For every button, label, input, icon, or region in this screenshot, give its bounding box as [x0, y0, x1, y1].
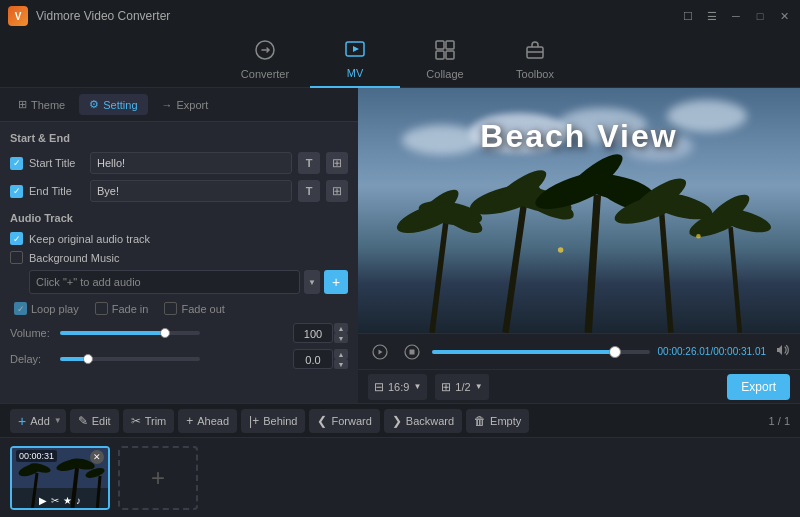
sub-tab-setting[interactable]: ⚙ Setting [79, 94, 147, 115]
progress-bar[interactable] [432, 350, 650, 354]
background-music-checkbox[interactable] [10, 251, 23, 264]
volume-up-btn[interactable]: ▲ [334, 323, 348, 333]
maximize-button[interactable]: □ [752, 8, 768, 24]
stop-button[interactable] [400, 340, 424, 364]
end-title-input[interactable] [90, 180, 292, 202]
keep-original-row: ✓ Keep original audio track [10, 232, 348, 245]
delay-down-btn[interactable]: ▼ [334, 359, 348, 369]
tab-toolbox[interactable]: Toolbox [490, 32, 580, 88]
trim-icon: ✂ [131, 414, 141, 428]
behind-button[interactable]: |+ Behind [241, 409, 305, 433]
backward-label: Backward [406, 415, 454, 427]
timeline-add-btn[interactable]: + [118, 446, 198, 510]
ratio-selector[interactable]: ⊟ 16:9 ▼ [368, 374, 427, 400]
delay-slider[interactable] [60, 357, 200, 361]
app-icon: V [8, 6, 28, 26]
sub-tab-export-label: Export [177, 99, 209, 111]
edit-icon: ✎ [78, 414, 88, 428]
backward-button[interactable]: ❯ Backward [384, 409, 462, 433]
page-icon: ⊞ [441, 380, 451, 394]
ahead-button[interactable]: + Ahead [178, 409, 237, 433]
end-title-font-btn[interactable]: T [298, 180, 320, 202]
export-arrow-icon: → [162, 99, 173, 111]
play-button[interactable] [368, 340, 392, 364]
volume-down-btn[interactable]: ▼ [334, 333, 348, 343]
converter-icon [254, 39, 276, 66]
menu-icon[interactable]: ☰ [704, 8, 720, 24]
ratio-value: 16:9 [388, 381, 409, 393]
preview-image: Beach View [358, 88, 800, 333]
delay-value-box: 0.0 ▲ ▼ [293, 349, 348, 369]
svg-line-22 [662, 214, 671, 333]
clip-remove-btn[interactable]: ✕ [90, 450, 104, 464]
right-panel: Beach View [358, 88, 800, 403]
add-button[interactable]: + Add ▼ [10, 409, 66, 433]
sub-tab-export[interactable]: → Export [152, 95, 219, 115]
svg-rect-34 [410, 349, 415, 354]
volume-row: Volume: 100 ▲ ▼ [10, 323, 348, 343]
trim-button[interactable]: ✂ Trim [123, 409, 175, 433]
tab-converter-label: Converter [241, 68, 289, 80]
timeline-clip[interactable]: 00:00:31 ✕ ▶ ✂ ★ ♪ [10, 446, 110, 510]
ratio-arrow-icon: ▼ [413, 382, 421, 391]
audio-dropdown[interactable]: Click "+" to add audio [29, 270, 300, 294]
title-bar-controls: ☐ ☰ ─ □ ✕ [680, 8, 792, 24]
toolbox-icon [524, 39, 546, 66]
keep-original-label: Keep original audio track [29, 233, 150, 245]
end-title-layout-btn[interactable]: ⊞ [326, 180, 348, 202]
loop-play-checkbox[interactable]: ✓ [14, 302, 27, 315]
sub-tab-setting-label: Setting [103, 99, 137, 111]
start-title-layout-btn[interactable]: ⊞ [326, 152, 348, 174]
trim-label: Trim [145, 415, 167, 427]
add-icon: + [18, 413, 26, 429]
delay-row: Delay: 0.0 ▲ ▼ [10, 349, 348, 369]
main-layout: ⊞ Theme ⚙ Setting → Export Start & End ✓… [0, 88, 800, 403]
tab-mv[interactable]: MV [310, 32, 400, 88]
close-button[interactable]: ✕ [776, 8, 792, 24]
title-bar-left: V Vidmore Video Converter [8, 6, 170, 26]
end-title-label: End Title [29, 185, 84, 197]
time-display: 00:00:26.01/00:00:31.01 [658, 346, 766, 357]
start-title-font-btn[interactable]: T [298, 152, 320, 174]
minimize-button[interactable]: ─ [728, 8, 744, 24]
edit-label: Edit [92, 415, 111, 427]
message-icon[interactable]: ☐ [680, 8, 696, 24]
theme-grid-icon: ⊞ [18, 98, 27, 111]
export-button[interactable]: Export [727, 374, 790, 400]
end-title-checkbox[interactable]: ✓ [10, 185, 23, 198]
fade-in-label: Fade in [112, 303, 149, 315]
trash-icon: 🗑 [474, 414, 486, 428]
backward-icon: ❯ [392, 414, 402, 428]
svg-rect-2 [436, 41, 444, 49]
empty-label: Empty [490, 415, 521, 427]
keep-original-checkbox[interactable]: ✓ [10, 232, 23, 245]
delay-up-btn[interactable]: ▲ [334, 349, 348, 359]
volume-slider[interactable] [60, 331, 200, 335]
svg-line-17 [588, 195, 597, 333]
fade-out-label: Fade out [181, 303, 224, 315]
empty-button[interactable]: 🗑 Empty [466, 409, 529, 433]
clip-cut-icon: ✂ [51, 495, 59, 506]
page-selector[interactable]: ⊞ 1/2 ▼ [435, 374, 488, 400]
forward-label: Forward [331, 415, 371, 427]
start-title-checkbox[interactable]: ✓ [10, 157, 23, 170]
tab-collage-label: Collage [426, 68, 463, 80]
ratio-icon: ⊟ [374, 380, 384, 394]
loop-play-label: Loop play [31, 303, 79, 315]
edit-button[interactable]: ✎ Edit [70, 409, 119, 433]
tab-converter[interactable]: Converter [220, 32, 310, 88]
tab-collage[interactable]: Collage [400, 32, 490, 88]
forward-button[interactable]: ❮ Forward [309, 409, 379, 433]
volume-value: 100 [293, 323, 333, 343]
page-count: 1 / 1 [769, 415, 790, 427]
fade-in-checkbox[interactable] [95, 302, 108, 315]
sub-tab-theme[interactable]: ⊞ Theme [8, 94, 75, 115]
volume-icon[interactable] [774, 342, 790, 361]
svg-point-30 [558, 248, 564, 254]
dropdown-arrow-icon[interactable]: ▼ [304, 270, 320, 294]
volume-spinners: ▲ ▼ [334, 323, 348, 343]
svg-point-31 [696, 234, 701, 239]
fade-out-checkbox[interactable] [164, 302, 177, 315]
add-audio-button[interactable]: + [324, 270, 348, 294]
start-title-input[interactable] [90, 152, 292, 174]
